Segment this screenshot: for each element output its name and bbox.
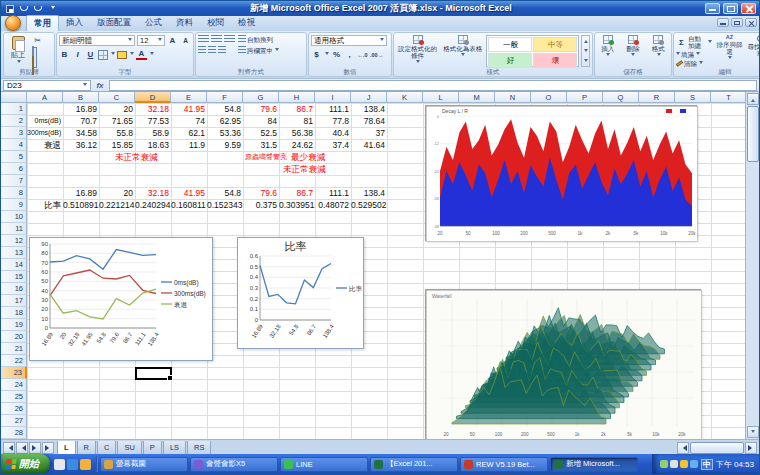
cell-B9[interactable]: 0.510891 [63,199,99,211]
vertical-scroll-thumb[interactable] [747,106,759,162]
column-header-J[interactable]: J [351,92,387,103]
column-header-A[interactable]: A [27,92,63,103]
column-header-B[interactable]: B [63,92,99,103]
chart-ratio[interactable]: 比率00.10.20.30.40.50.616.8932.1854.886.71… [237,237,364,349]
column-header-E[interactable]: E [171,92,207,103]
cell-J8[interactable]: 138.4 [351,187,387,199]
undo-icon[interactable] [18,3,30,14]
cell-B3[interactable]: 34.58 [63,127,99,139]
cell-G1[interactable]: 79.6 [243,103,279,115]
cell-B8[interactable]: 16.89 [63,187,99,199]
cell-G9[interactable]: 0.375 [243,199,279,211]
cell-D9[interactable]: 0.240294 [135,199,171,211]
chart-lines[interactable]: 010203040506070809016.892032.1841.9554.8… [29,237,213,361]
column-header-R[interactable]: R [639,92,675,103]
format-as-table-button[interactable]: 格式化為表格 [441,35,484,67]
gallery-scroll[interactable] [581,35,590,67]
column-header-H[interactable]: H [279,92,315,103]
cell-J2[interactable]: 78.64 [351,115,387,127]
cell-D8[interactable]: 32.18 [135,187,171,199]
taskbar-button-新增-Microsoft-[interactable]: 新增 Microsoft... [550,457,638,472]
row-header-4[interactable]: 4 [1,139,27,151]
close-button[interactable] [741,3,756,14]
cell-F8[interactable]: 54.8 [207,187,243,199]
column-header-D[interactable]: D [135,92,171,103]
cell-A2[interactable]: 0ms(dB) [27,115,63,127]
column-header-S[interactable]: S [675,92,711,103]
cell-E9[interactable]: 0.160811 [171,199,207,211]
row-header-23[interactable]: 23 [1,367,27,379]
column-header-I[interactable]: I [315,92,351,103]
next-sheet-icon[interactable] [29,442,41,454]
group-label-font[interactable]: 字型 [57,68,193,76]
column-header-O[interactable]: O [531,92,567,103]
minimize-button[interactable] [705,3,720,14]
cell-I1[interactable]: 111.1 [315,103,351,115]
cell-H1[interactable]: 86.7 [279,103,315,115]
row-header-18[interactable]: 18 [1,307,27,319]
row-header-24[interactable]: 24 [1,379,27,391]
comma-icon[interactable]: , [344,49,355,60]
row-header-7[interactable]: 7 [1,175,27,187]
scroll-down-icon[interactable] [747,426,759,438]
group-label-styles[interactable]: 樣式 [394,68,592,76]
row-header-9[interactable]: 9 [1,199,27,211]
column-header-Q[interactable]: Q [603,92,639,103]
cell-H9[interactable]: 0.303951 [279,199,315,211]
formula-input[interactable] [109,80,757,91]
ribbon-tab-插入[interactable]: 插入 [59,15,90,31]
cell-C4[interactable]: 15.85 [99,139,135,151]
maximize-button[interactable] [723,3,738,14]
prev-sheet-icon[interactable] [16,442,28,454]
redo-icon[interactable] [32,3,44,14]
cell-F9[interactable]: 0.152343 [207,199,243,211]
autosum-button[interactable]: Σ自動加總 [676,35,712,49]
cut-icon[interactable]: ✂ [32,35,43,46]
row-header-8[interactable]: 8 [1,187,27,199]
row-header-17[interactable]: 17 [1,295,27,307]
qat-dropdown-icon[interactable] [46,3,58,14]
cell-H4[interactable]: 24.62 [279,139,315,151]
column-header-M[interactable]: M [459,92,495,103]
conditional-formatting-button[interactable]: 設定格式化的條件 [396,35,439,67]
sheet-tab-LS[interactable]: LS [163,441,186,455]
cell-J1[interactable]: 138.4 [351,103,387,115]
cell-B2[interactable]: 70.7 [63,115,99,127]
start-button[interactable]: 開始 [1,454,50,474]
cell-E8[interactable]: 41.95 [171,187,207,199]
cell-B1[interactable]: 16.89 [63,103,99,115]
taskbar-button-會聲會影X5[interactable]: 會聲會影X5 [190,457,278,472]
copy-icon[interactable] [32,47,43,56]
group-label-number[interactable]: 數值 [309,68,391,76]
cell-style-中等[interactable]: 中等 [533,37,577,52]
ribbon-tab-版面配置[interactable]: 版面配置 [90,15,138,31]
cell-I4[interactable]: 37.4 [315,139,351,151]
row-header-19[interactable]: 19 [1,319,27,331]
cell-D4[interactable]: 18.63 [135,139,171,151]
cell-E3[interactable]: 62.1 [171,127,207,139]
scroll-right-icon[interactable] [745,442,757,454]
cell-G8[interactable]: 79.6 [243,187,279,199]
cell-C3[interactable]: 55.8 [99,127,135,139]
cell-B4[interactable]: 36.12 [63,139,99,151]
tray-icon-2[interactable] [670,460,678,468]
name-box[interactable]: D23 [3,80,91,91]
workbook-minimize-button[interactable] [717,18,729,27]
workbook-close-button[interactable] [745,18,757,27]
row-header-10[interactable]: 10 [1,211,27,223]
clock[interactable]: 下午 04:53 [716,459,754,470]
percent-icon[interactable]: % [331,49,342,60]
sheet-tab-RS[interactable]: RS [187,441,211,455]
row-header-26[interactable]: 26 [1,403,27,415]
tray-icon-3[interactable] [680,460,688,468]
cell-C5[interactable]: 未正常衰減 [113,151,160,163]
column-header-K[interactable]: K [387,92,423,103]
wrap-text-button[interactable]: 自動換列 [238,35,279,43]
column-header-C[interactable]: C [99,92,135,103]
cell-E2[interactable]: 74 [171,115,207,127]
taskbar-button--Excel-201-[interactable]: 【Excel 201... [370,457,458,472]
cell-G3[interactable]: 52.5 [243,127,279,139]
find-select-button[interactable]: 尋找與選取 [746,35,760,67]
cell-E1[interactable]: 41.95 [171,103,207,115]
align-middle-icon[interactable] [211,35,222,43]
